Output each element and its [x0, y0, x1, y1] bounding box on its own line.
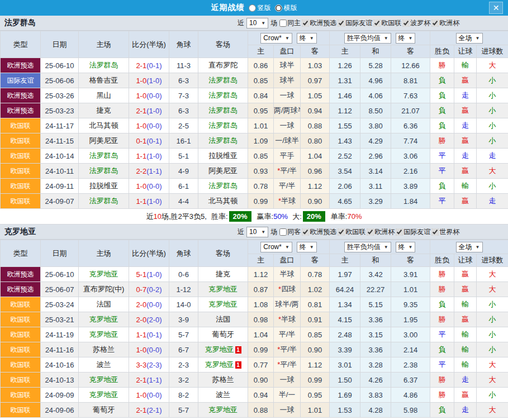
team-name: 克罗地亚 — [89, 390, 118, 399]
cell-away-team: 法罗群岛 — [198, 88, 248, 103]
cell-avg-home: 1.43 — [330, 133, 360, 149]
halftime-score: (0-0) — [146, 92, 162, 100]
league-filter-checkbox[interactable]: 世界杯 — [431, 227, 459, 237]
cell-handicap-line: 一球 — [274, 88, 301, 103]
league-checkbox-input[interactable] — [396, 228, 403, 236]
league-checkbox-input[interactable] — [367, 228, 374, 236]
same-away-checkbox[interactable]: 同客 — [279, 227, 301, 237]
league-checkbox-input[interactable] — [302, 20, 309, 27]
cell-handicap-home-odds: 0.99 — [248, 194, 274, 209]
cell-away-team: 波兰 — [198, 388, 248, 403]
cell-result-handicap: 贏 — [454, 73, 477, 88]
match-count-select[interactable]: 10▼ — [246, 227, 268, 237]
cell-handicap-line: 球半/两 — [274, 297, 301, 312]
league-checkbox-input[interactable] — [431, 228, 439, 236]
cell-handicap-line: 一/球半 — [274, 133, 301, 149]
cell-handicap-line: *半球 — [274, 312, 301, 327]
cell-home-team: 格鲁吉亚 — [79, 73, 129, 88]
cell-home-team: 法罗群岛 — [79, 164, 129, 179]
league-checkbox-input[interactable] — [338, 20, 345, 27]
league-checkbox-input[interactable] — [302, 228, 309, 236]
league-filter-checkbox[interactable]: 波罗杯 — [402, 18, 430, 28]
match-row: 欧国联24-10-14法罗群岛1-1(1-0)5-1拉脱维亚0.85平手1.04… — [1, 149, 508, 164]
cell-result-wdl: 勝 — [430, 133, 454, 149]
cell-corners: 11-3 — [169, 58, 198, 73]
match-scope-select[interactable]: 全场▼ — [456, 33, 483, 44]
cell-score: 5-1(1-0) — [129, 267, 169, 282]
cell-avg-draw: 5.15 — [360, 297, 391, 312]
final-odds-select[interactable]: 终▼ — [396, 33, 416, 44]
league-checkbox-input[interactable] — [402, 20, 410, 27]
final-odds-select[interactable]: 终▼ — [297, 242, 317, 252]
cell-corners: 5-1 — [169, 149, 198, 164]
cell-avg-draw: 3.15 — [360, 327, 391, 342]
single-rate-label: 单率: — [331, 212, 348, 222]
league-filter-checkbox[interactable]: 国际友谊 — [338, 18, 372, 28]
vertical-layout-radio-input[interactable] — [249, 4, 256, 12]
horizontal-layout-radio-input[interactable] — [275, 4, 282, 12]
cell-avg-draw: 3.83 — [360, 388, 391, 403]
league-checkbox-input[interactable] — [373, 20, 381, 27]
sub-header-handicap-away: 客 — [301, 254, 330, 267]
bookmaker-select[interactable]: Crow*▼ — [260, 33, 292, 44]
horizontal-layout-radio[interactable]: 横版 — [275, 3, 297, 13]
league-checkbox-input[interactable] — [338, 228, 345, 236]
handicap-group-header: Crow*▼ 终▼ — [248, 31, 330, 45]
cell-avg-home: 3.39 — [330, 342, 360, 357]
cell-match-type: 欧洲预选 — [1, 58, 41, 73]
avg-group-header: 胜平负均值▼ 终▼ — [330, 240, 430, 254]
chevron-down-icon: ▼ — [285, 36, 289, 41]
halftime-score: (0-1) — [146, 137, 162, 145]
close-button[interactable]: ✕ — [489, 2, 503, 14]
league-filter-checkbox[interactable]: 欧洲预选 — [302, 227, 336, 237]
win-rate-badge: 20% — [229, 211, 251, 222]
team-name: 克罗地亚 — [89, 330, 118, 338]
col-header-away: 客场 — [198, 31, 248, 58]
league-filter-checkbox[interactable]: 欧洲杯 — [367, 227, 395, 237]
team-name: 克罗地亚 — [89, 315, 118, 323]
halftime-score: (1-1) — [146, 167, 162, 175]
big-rate-badge: 20% — [303, 211, 325, 222]
avg-group-header: 胜平负均值▼ 终▼ — [330, 31, 430, 45]
team-name: 阿美尼亚 — [89, 136, 118, 145]
league-filter-checkbox[interactable]: 欧国联 — [373, 18, 401, 28]
cell-result-wdl: 負 — [430, 179, 454, 194]
cell-result-handicap: 贏 — [454, 267, 477, 282]
cell-home-team: 葡萄牙 — [79, 403, 129, 418]
fulltime-score: 1-1 — [136, 152, 146, 160]
cell-handicap-home-odds: 0.95 — [248, 103, 274, 118]
cell-result-handicap: 輸 — [454, 58, 477, 73]
same-home-checkbox-input[interactable] — [279, 20, 287, 27]
league-filter-checkbox[interactable]: 国际友谊 — [396, 227, 430, 237]
league-filter-checkbox[interactable]: 欧洲预选 — [302, 18, 336, 28]
chevron-down-icon: ▼ — [285, 245, 289, 250]
same-away-checkbox-input[interactable] — [279, 228, 287, 236]
league-checkbox-input[interactable] — [431, 20, 439, 27]
cell-result-handicap: 贏 — [454, 282, 477, 297]
league-filter-checkbox[interactable]: 欧国联 — [338, 227, 365, 237]
same-home-checkbox[interactable]: 同主 — [279, 18, 301, 28]
cell-score: 1-1(1-0) — [129, 149, 169, 164]
team-section-faroe: 法罗群岛 近 10▼ 场 同主 欧洲预选 国际友谊 欧国联 波罗杯 欧洲杯 — [0, 16, 508, 225]
league-filter-checkbox[interactable]: 欧洲杯 — [431, 18, 459, 28]
cell-score: 1-0(0-0) — [129, 388, 169, 403]
match-count-select[interactable]: 10▼ — [246, 18, 268, 28]
close-icon: ✕ — [493, 3, 500, 12]
match-scope-select[interactable]: 全场▼ — [456, 242, 483, 252]
league-label: 世界杯 — [439, 227, 459, 237]
bookmaker-select[interactable]: Crow*▼ — [260, 242, 292, 252]
cell-result-goals: 大 — [477, 164, 508, 179]
cell-avg-draw: 3.80 — [360, 118, 391, 133]
team-name: 克罗地亚 — [89, 270, 118, 278]
final-odds-select[interactable]: 终▼ — [396, 242, 416, 252]
cell-handicap-away-odds: 1.12 — [301, 179, 330, 194]
final-odds-select[interactable]: 终▼ — [297, 33, 317, 44]
cell-result-wdl: 負 — [430, 342, 454, 357]
sub-header-avg-away: 客 — [391, 254, 430, 267]
fulltime-score: 1-0 — [136, 92, 146, 100]
vertical-layout-radio[interactable]: 竖版 — [249, 3, 271, 13]
wdl-average-select[interactable]: 胜平负均值▼ — [344, 33, 391, 44]
cell-result-handicap: 輸 — [454, 342, 477, 357]
wdl-average-select[interactable]: 胜平负均值▼ — [344, 242, 391, 252]
cell-away-team: 克罗地亚1 — [198, 357, 248, 373]
